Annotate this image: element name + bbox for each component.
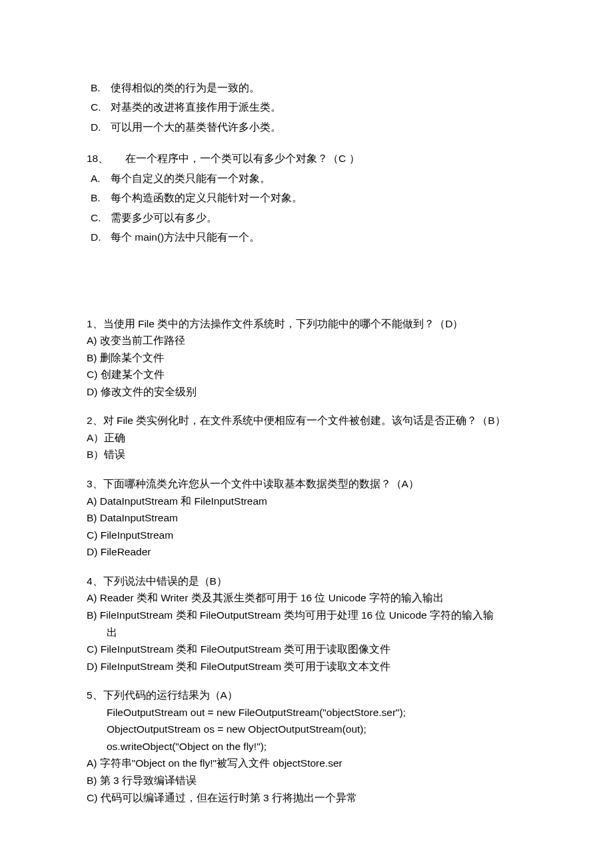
- option-c: C. 需要多少可以有多少。: [87, 208, 533, 227]
- option-a: A）正确: [87, 429, 533, 447]
- document-page: B. 使得相似的类的行为是一致的。 C. 对基类的改进将直接作用于派生类。 D.…: [0, 0, 613, 868]
- option-b: B) 删除某个文件: [87, 349, 533, 367]
- top-options-block: B. 使得相似的类的行为是一致的。 C. 对基类的改进将直接作用于派生类。 D.…: [87, 78, 533, 137]
- option-a: A) Reader 类和 Writer 类及其派生类都可用于 16 位 Unic…: [87, 589, 533, 607]
- question-stem: 4、下列说法中错误的是（B）: [87, 573, 533, 590]
- option-c: C. 对基类的改进将直接作用于派生类。: [87, 97, 533, 117]
- option-text: 每个构造函数的定义只能针对一个对象。: [111, 188, 303, 207]
- code-line-1: FileOutputStream out = new FileOutputStr…: [87, 704, 533, 721]
- option-b: B. 使得相似的类的行为是一致的。: [87, 78, 533, 97]
- code-line-3: os.writeObject("Object on the fly!");: [87, 738, 533, 755]
- option-label: C.: [91, 97, 111, 117]
- question-text: 在一个程序中，一个类可以有多少个对象？（C ）: [125, 149, 360, 168]
- option-label: B.: [91, 78, 111, 97]
- option-b: B) DataInputStream: [87, 509, 533, 527]
- option-b: B）错误: [87, 446, 533, 463]
- question-5: 5、下列代码的运行结果为（A） FileOutputStream out = n…: [87, 687, 533, 806]
- option-text: 使得相似的类的行为是一致的。: [111, 78, 260, 97]
- option-a: A) 改变当前工作路径: [87, 332, 533, 349]
- option-label: B.: [91, 188, 111, 207]
- section-gap: [87, 259, 533, 315]
- question-18: 18、 在一个程序中，一个类可以有多少个对象？（C ） A. 每个自定义的类只能…: [87, 149, 533, 247]
- option-a: A) 字符串"Object on the fly!"被写入文件 objectSt…: [87, 755, 533, 772]
- option-d: D. 每个 main()方法中只能有一个。: [87, 227, 533, 247]
- option-c: C) 代码可以编译通过，但在运行时第 3 行将抛出一个异常: [87, 789, 533, 807]
- option-text: 每个自定义的类只能有一个对象。: [111, 169, 271, 188]
- option-text: 对基类的改进将直接作用于派生类。: [111, 97, 281, 117]
- question-3: 3、下面哪种流类允许您从一个文件中读取基本数据类型的数据？（A） A) Data…: [87, 475, 533, 561]
- section-2: 1、当使用 File 类中的方法操作文件系统时，下列功能中的哪个不能做到？（D）…: [87, 315, 533, 807]
- option-d: D) FileReader: [87, 543, 533, 561]
- option-b-line1: B) FileInputStream 类和 FileOutputStream 类…: [87, 607, 533, 624]
- code-line-2: ObjectOutputStream os = new ObjectOutput…: [87, 721, 533, 738]
- question-1: 1、当使用 File 类中的方法操作文件系统时，下列功能中的哪个不能做到？（D）…: [87, 315, 533, 401]
- option-label: D.: [91, 227, 111, 247]
- question-number: 18、: [87, 149, 125, 168]
- question-4: 4、下列说法中错误的是（B） A) Reader 类和 Writer 类及其派生…: [87, 573, 533, 675]
- question-stem: 5、下列代码的运行结果为（A）: [87, 687, 533, 704]
- option-c: C) 创建某个文件: [87, 366, 533, 383]
- option-d: D. 可以用一个大的基类替代许多小类。: [87, 117, 533, 137]
- question-2: 2、对 File 类实例化时，在文件系统中便相应有一个文件被创建。该句话是否正确…: [87, 412, 533, 463]
- option-label: A.: [91, 169, 111, 188]
- option-text: 每个 main()方法中只能有一个。: [111, 227, 260, 247]
- option-text: 需要多少可以有多少。: [111, 208, 217, 227]
- option-a: A. 每个自定义的类只能有一个对象。: [87, 169, 533, 188]
- question-stem: 2、对 File 类实例化时，在文件系统中便相应有一个文件被创建。该句话是否正确…: [87, 412, 533, 429]
- option-a: A) DataInputStream 和 FileInputStream: [87, 493, 533, 510]
- option-b-line2: 出: [87, 624, 533, 641]
- option-c: C) FileInputStream 类和 FileOutputStream 类…: [87, 641, 533, 658]
- question-stem: 3、下面哪种流类允许您从一个文件中读取基本数据类型的数据？（A）: [87, 475, 533, 493]
- question-stem: 18、 在一个程序中，一个类可以有多少个对象？（C ）: [87, 149, 533, 168]
- question-stem: 1、当使用 File 类中的方法操作文件系统时，下列功能中的哪个不能做到？（D）: [87, 315, 533, 333]
- option-text: 可以用一个大的基类替代许多小类。: [111, 117, 281, 137]
- option-label: D.: [91, 117, 111, 137]
- option-label: C.: [91, 208, 111, 227]
- option-d: D) FileInputStream 类和 FileOutputStream 类…: [87, 658, 533, 675]
- option-b: B. 每个构造函数的定义只能针对一个对象。: [87, 188, 533, 207]
- option-c: C) FileInputStream: [87, 527, 533, 544]
- option-b: B) 第 3 行导致编译错误: [87, 772, 533, 789]
- option-d: D) 修改文件的安全级别: [87, 383, 533, 401]
